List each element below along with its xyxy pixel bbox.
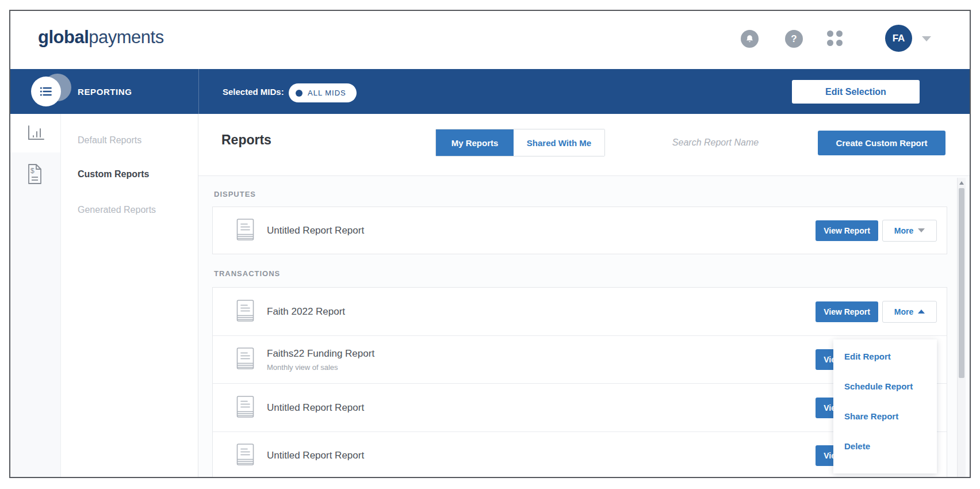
report-row: Faith 2022 Report View Report More Edit … — [213, 288, 947, 335]
app-switcher-button[interactable] — [827, 30, 843, 47]
report-doc-icon — [236, 395, 254, 420]
app-window: globalpayments ? FA — [9, 10, 971, 478]
scroll-up-arrow-icon[interactable] — [959, 181, 964, 185]
more-button-label: More — [894, 307, 913, 316]
more-button[interactable]: More — [882, 220, 937, 242]
avatar-initials: FA — [893, 33, 905, 44]
menu-item-edit-report[interactable]: Edit Report — [833, 341, 937, 371]
midbar-divider — [198, 69, 199, 114]
report-doc-icon — [236, 444, 254, 468]
reports-list-area: DISPUTES — [198, 176, 971, 478]
create-custom-report-button[interactable]: Create Custom Report — [818, 131, 945, 155]
svg-text:$: $ — [30, 167, 35, 175]
sidebar-item-custom-reports[interactable]: Custom Reports — [78, 165, 187, 184]
all-mids-text: ALL MIDS — [308, 89, 346, 97]
sidebar-icon-custom-reports[interactable]: $ — [26, 163, 43, 187]
grid-dot-icon — [836, 30, 843, 37]
edit-selection-button[interactable]: Edit Selection — [792, 80, 920, 104]
document-dollar-icon: $ — [26, 163, 43, 185]
report-title: Untitled Report Report — [267, 225, 364, 236]
sidebar-icon-default-reports[interactable] — [26, 124, 45, 144]
sidebar-item-generated-reports[interactable]: Generated Reports — [78, 200, 187, 220]
user-avatar[interactable]: FA — [885, 25, 912, 52]
page-title: Reports — [221, 132, 271, 148]
view-report-button[interactable]: View Report — [816, 301, 878, 322]
chevron-up-icon — [918, 310, 925, 314]
report-row: Untitled Report Report View Report More — [213, 207, 947, 254]
section-heading-transactions: TRANSACTIONS — [214, 269, 280, 278]
transactions-card: Faith 2022 Report View Report More Edit … — [212, 287, 947, 478]
grid-dot-icon — [827, 40, 833, 46]
tab-shared-with-me[interactable]: Shared With Me — [514, 129, 604, 156]
user-menu-chevron-down-icon[interactable] — [922, 36, 931, 41]
report-doc-icon — [236, 218, 254, 243]
more-button-label: More — [894, 226, 913, 235]
report-title: Untitled Report Report — [267, 402, 364, 414]
report-subtitle: Monthly view of sales — [267, 363, 374, 372]
menu-item-share-report[interactable]: Share Report — [833, 401, 937, 431]
list-menu-icon — [39, 84, 53, 99]
sidebar-icon-strip: $ — [10, 114, 61, 478]
mid-selection-bar: REPORTING Selected MIDs: ALL MIDS Edit S… — [10, 69, 970, 114]
selected-mids-label: Selected MIDs: — [223, 69, 284, 114]
question-mark-icon: ? — [791, 34, 797, 44]
help-button[interactable]: ? — [785, 30, 803, 48]
scrollbar-thumb[interactable] — [959, 188, 964, 378]
sidebar-item-default-reports[interactable]: Default Reports — [78, 131, 187, 150]
report-title: Faiths22 Funding Report Monthly view of … — [267, 348, 374, 372]
reports-tabs: My Reports Shared With Me — [435, 129, 605, 156]
report-title: Untitled Report Report — [267, 450, 364, 461]
module-title: REPORTING — [78, 69, 132, 114]
report-doc-icon — [236, 299, 254, 324]
report-doc-icon — [236, 347, 254, 372]
grid-dot-icon — [827, 30, 833, 37]
top-header: globalpayments ? FA — [10, 11, 970, 69]
report-title-text: Faiths22 Funding Report — [267, 348, 374, 359]
section-heading-disputes: DISPUTES — [214, 190, 256, 198]
bell-icon — [745, 34, 755, 44]
more-button-open[interactable]: More — [882, 301, 937, 323]
tab-my-reports[interactable]: My Reports — [436, 129, 514, 156]
view-report-button[interactable]: View Report — [816, 220, 878, 241]
report-title: Faith 2022 Report — [267, 306, 345, 318]
globalpayments-logo: globalpayments — [38, 27, 164, 48]
mid-dot-icon — [296, 90, 303, 97]
vertical-scrollbar[interactable] — [957, 178, 966, 478]
more-dropdown-menu: Edit Report Schedule Report Share Report… — [833, 339, 937, 473]
disputes-card: Untitled Report Report View Report More — [212, 207, 947, 254]
bar-chart-icon — [26, 124, 45, 142]
logo-light-part: payments — [89, 27, 163, 47]
reports-header-band: Reports My Reports Shared With Me Create… — [198, 114, 971, 176]
notifications-button[interactable] — [741, 30, 759, 48]
logo-bold-part: global — [38, 27, 89, 47]
menu-item-delete[interactable]: Delete — [833, 431, 937, 461]
chevron-down-icon — [918, 228, 925, 232]
search-report-input[interactable] — [631, 129, 800, 156]
all-mids-pill[interactable]: ALL MIDS — [289, 83, 357, 102]
sidebar-nav: Default Reports Custom Reports Generated… — [61, 114, 198, 478]
reporting-nav-button[interactable] — [31, 77, 61, 106]
menu-item-schedule-report[interactable]: Schedule Report — [833, 371, 937, 401]
screenshot-stage: globalpayments ? FA — [0, 0, 980, 489]
grid-dot-icon — [836, 40, 843, 46]
